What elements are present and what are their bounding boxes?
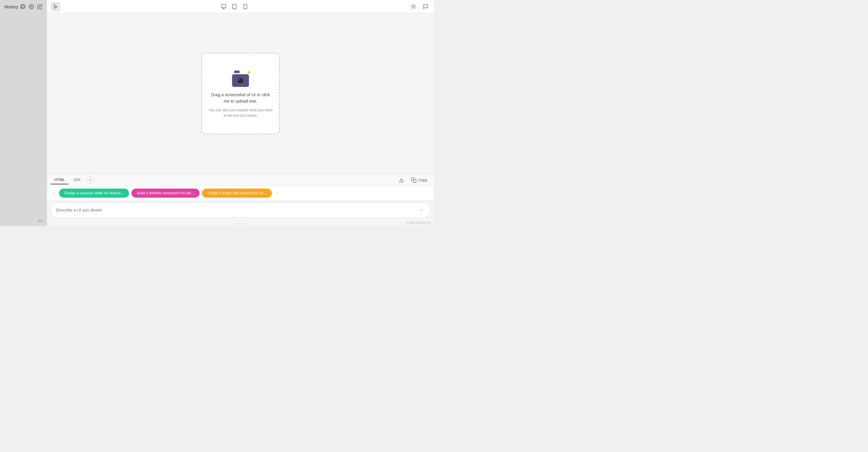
edit-icon[interactable] <box>37 4 43 10</box>
tabs-bar: HTML JSX + Copy <box>47 174 434 186</box>
input-area: → <box>47 200 434 220</box>
toolbar-right <box>409 2 430 11</box>
gear-icon[interactable] <box>28 4 34 10</box>
collapse-chevron[interactable]: ⌄⌄ <box>238 221 244 225</box>
sidebar-title: History <box>4 4 19 9</box>
sidebar: History <box>0 0 47 226</box>
preview-area[interactable]: ♦ Drag a screenshot of UI or click me to… <box>47 13 434 174</box>
svg-rect-8 <box>413 179 416 182</box>
input-wrapper: → <box>51 202 430 218</box>
svg-point-0 <box>31 6 32 7</box>
sparkle-icon: ♦ <box>247 69 250 76</box>
sidebar-header: History <box>0 0 47 13</box>
footer-bar: ⌄⌄ CSDN @码码玄赏 <box>47 220 434 226</box>
sidebar-icon-group <box>20 4 43 10</box>
scroll-left-button[interactable]: ‹ <box>51 190 57 196</box>
svg-rect-1 <box>221 4 226 8</box>
scroll-right-button[interactable]: › <box>274 190 280 196</box>
toolbar <box>47 0 434 13</box>
send-button[interactable]: → <box>417 206 425 214</box>
svg-point-5 <box>245 7 246 8</box>
upload-sub-text: You can also just explain what you want … <box>208 107 273 118</box>
toolbar-left <box>51 2 60 11</box>
bottom-panel: HTML JSX + Copy <box>47 174 434 226</box>
toolbar-center <box>219 2 250 11</box>
tablet-view-button[interactable] <box>230 2 239 11</box>
sidebar-content <box>0 13 47 216</box>
github-icon[interactable] <box>20 4 26 10</box>
suggestion-chip-2[interactable]: Create a footer with columns for lin... <box>202 189 272 198</box>
upload-zone[interactable]: ♦ Drag a screenshot of UI or click me to… <box>201 53 280 134</box>
svg-point-3 <box>234 7 235 8</box>
copy-label: Copy <box>418 178 427 182</box>
sidebar-collapse-button[interactable]: << <box>38 219 43 223</box>
main-panel: ♦ Drag a screenshot of UI or click me to… <box>47 0 434 226</box>
theme-toggle-button[interactable] <box>409 2 418 11</box>
upload-icon: ♦ <box>230 69 251 87</box>
svg-point-6 <box>412 5 415 8</box>
chat-button[interactable] <box>421 2 430 11</box>
desktop-view-button[interactable] <box>219 2 228 11</box>
cursor-tool-button[interactable] <box>51 2 60 11</box>
sidebar-collapse-section: << <box>0 216 47 226</box>
suggestion-chip-0[interactable]: Design a carousel slider for feature... <box>59 189 129 198</box>
prompt-input[interactable] <box>56 207 417 213</box>
watermark: CSDN @码码玄赏 <box>407 221 431 225</box>
tab-jsx[interactable]: JSX <box>70 176 84 185</box>
suggestion-chip-1[interactable]: Build a timeline component for dis... <box>131 189 199 198</box>
mobile-view-button[interactable] <box>241 2 250 11</box>
upload-main-text: Drag a screenshot of UI or click me to u… <box>208 92 273 105</box>
copy-button[interactable]: Copy <box>408 176 430 184</box>
download-button[interactable] <box>397 176 406 185</box>
tab-add-button[interactable]: + <box>87 176 94 184</box>
suggestions-bar: ‹ Design a carousel slider for feature..… <box>47 186 434 200</box>
tabs-actions: Copy <box>397 176 430 185</box>
tab-html[interactable]: HTML <box>51 176 68 185</box>
